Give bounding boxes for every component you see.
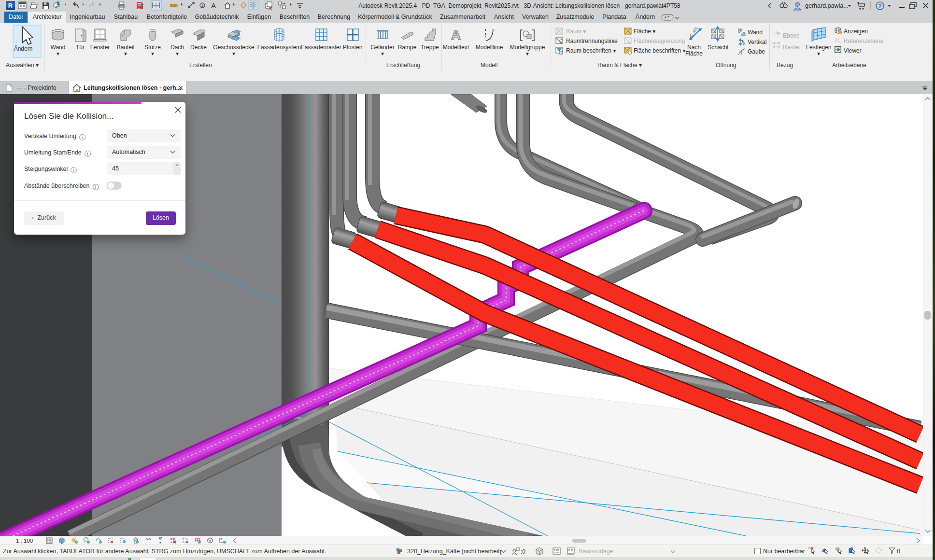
svg-text::0: :0 <box>895 548 900 555</box>
svg-text:R: R <box>8 2 13 9</box>
svg-text:gerhard.pawla...: gerhard.pawla... <box>805 2 849 9</box>
svg-text::0: :0 <box>521 548 525 555</box>
svg-text:?: ? <box>878 3 881 10</box>
